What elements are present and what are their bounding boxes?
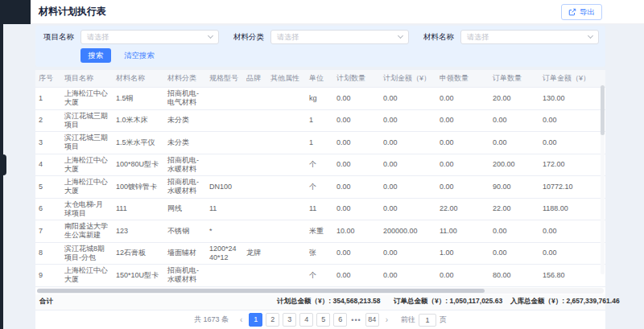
table-cell: 156.80 bbox=[539, 265, 605, 287]
search-button[interactable]: 搜索 bbox=[80, 48, 111, 63]
table-cell bbox=[243, 220, 267, 243]
filter-actions: 搜索 清空搜索 bbox=[80, 48, 597, 63]
main-content: 项目名称 请选择 材料分类 请选择 材料名称 请选择 bbox=[35, 26, 605, 329]
table-cell: 0.00 bbox=[333, 154, 380, 176]
table-cell: 0.00 bbox=[333, 132, 380, 154]
page-button-1[interactable]: 1 bbox=[249, 313, 262, 327]
goto-page: 前往 页 bbox=[401, 314, 447, 327]
table-cell: 0.00 bbox=[539, 132, 605, 154]
table-cell: 上海松江中心大厦 bbox=[61, 88, 113, 110]
filter-field-material-category: 材料分类 请选择 bbox=[233, 30, 409, 44]
table-cell: 滨江花城三期项目 bbox=[61, 132, 113, 154]
table-cell: 172.00 bbox=[539, 154, 605, 176]
page-button-6[interactable]: 6 bbox=[333, 313, 347, 327]
table-cell: 111 bbox=[113, 198, 164, 220]
column-header-6: 其他属性 bbox=[267, 70, 306, 88]
table-cell bbox=[243, 109, 267, 132]
page-button-5[interactable]: 5 bbox=[316, 313, 330, 327]
table-row[interactable]: 9上海松江中心大厦150*10U型卡招商机电-水暖材料个0.000.000.00… bbox=[35, 265, 605, 287]
table-row[interactable]: 6太仓电梯-月球项目111网线11110.000.0022.0022.00118… bbox=[35, 198, 605, 220]
chevron-down-icon bbox=[398, 33, 403, 39]
table-cell bbox=[243, 154, 267, 176]
material-category-label: 材料分类 bbox=[233, 32, 264, 43]
table-cell: 未分类 bbox=[164, 132, 206, 154]
planned-total-amount: 计划总金额（¥）: 354,568,213.58 bbox=[277, 297, 381, 306]
table-cell: 90.00 bbox=[489, 176, 539, 199]
table-cell: 3 bbox=[35, 132, 61, 154]
table-cell: 龙牌 bbox=[243, 242, 267, 265]
material-category-select[interactable]: 请选择 bbox=[270, 30, 409, 44]
material-name-label: 材料名称 bbox=[423, 32, 454, 43]
table-cell: 招商机电-水暖材料 bbox=[164, 176, 206, 199]
table-cell: 10.00 bbox=[333, 220, 380, 243]
page-title: 材料计划执行表 bbox=[39, 5, 106, 19]
page-button-3[interactable]: 3 bbox=[283, 313, 296, 327]
table-cell: 0.00 bbox=[436, 154, 489, 176]
table-cell: 米重 bbox=[306, 220, 333, 243]
page-button-84[interactable]: 84 bbox=[365, 313, 379, 327]
table-row[interactable]: 5上海松江中心大厦100镀锌管卡招商机电-水暖材料DN100个0.000.000… bbox=[35, 176, 605, 199]
goto-page-input[interactable] bbox=[419, 314, 436, 327]
project-name-select[interactable]: 请选择 bbox=[80, 30, 219, 44]
material-name-select[interactable]: 请选择 bbox=[460, 30, 599, 44]
table-cell: * bbox=[206, 220, 243, 243]
table-cell: 0.00 bbox=[539, 109, 605, 132]
table-row[interactable]: 7南阳盛达大学生公寓新建123不锈钢*米重10.00200000.0011.00… bbox=[35, 220, 605, 243]
table-cell bbox=[267, 242, 306, 265]
sidebar-expand-handle[interactable] bbox=[0, 154, 6, 175]
table-cell: 1.5铜 bbox=[113, 88, 164, 110]
column-header-2: 材料名称 bbox=[113, 70, 164, 88]
table-cell: 太仓电梯-月球项目 bbox=[61, 198, 113, 220]
export-button[interactable]: 导出 bbox=[561, 4, 602, 20]
table-cell: 2 bbox=[35, 109, 61, 132]
table-cell: 11 bbox=[306, 198, 333, 220]
table-cell bbox=[206, 109, 243, 132]
prev-page-button[interactable]: ‹ bbox=[237, 315, 245, 324]
table-cell: kg bbox=[306, 88, 333, 110]
table-cell: 0.00 bbox=[333, 109, 380, 132]
summary-total-label: 合计 bbox=[35, 297, 53, 306]
next-page-button[interactable]: › bbox=[383, 315, 390, 324]
page-buttons: 123456•••84 bbox=[249, 313, 378, 327]
table-cell: 0.00 bbox=[380, 176, 436, 199]
table-card: 序号项目名称材料名称材料分类规格型号品牌其他属性单位计划数量计划金额（¥）申领数… bbox=[35, 70, 605, 329]
summary-row: 合计 计划总金额（¥）: 354,568,213.58 订单总金额（¥）: 1,… bbox=[35, 294, 605, 310]
filter-field-project-name: 项目名称 请选择 bbox=[43, 30, 219, 44]
page-button-4[interactable]: 4 bbox=[299, 313, 313, 327]
page-button-2[interactable]: 2 bbox=[266, 313, 279, 327]
table-cell: 0.00 bbox=[380, 198, 436, 220]
table-cell: 0.00 bbox=[333, 176, 380, 199]
table-cell: 12石膏板 bbox=[113, 242, 164, 265]
table-cell: 11 bbox=[206, 198, 243, 220]
table-row[interactable]: 1上海松江中心大厦1.5铜招商机电-电气材料kg0.000.000.0020.0… bbox=[35, 88, 605, 110]
vertical-scrollbar-thumb[interactable] bbox=[601, 85, 605, 135]
table-row[interactable]: 3滨江花城三期项目1.5米水平仪未分类10.000.000.000.000.00 bbox=[35, 132, 605, 154]
inbound-total-amount: 入库总金额（¥）: 2,657,339,761.46 bbox=[510, 297, 620, 306]
table-cell: 滨江花城8期项目-分包 bbox=[61, 242, 113, 265]
horizontal-scrollbar[interactable] bbox=[37, 288, 604, 294]
table-cell: 1.0米木床 bbox=[113, 109, 164, 132]
table-cell: 0.00 bbox=[539, 220, 605, 243]
table-row[interactable]: 8滨江花城8期项目-分包12石膏板墙面辅材1200*2440*12龙牌张0.00… bbox=[35, 242, 605, 265]
table-cell: 0.00 bbox=[380, 154, 436, 176]
table-cell: DN100 bbox=[206, 176, 243, 199]
more-pages-button[interactable]: ••• bbox=[350, 316, 361, 324]
table-cell: 9 bbox=[35, 265, 61, 287]
table-cell bbox=[206, 88, 243, 110]
topbar: 材料计划执行表 导出 bbox=[3, 0, 644, 24]
table-row[interactable]: 2滨江花城三期项目1.0米木床未分类10.000.000.000.000.00 bbox=[35, 109, 605, 132]
table-cell: 0.00 bbox=[380, 242, 436, 265]
table-cell: 0.00 bbox=[380, 265, 436, 287]
table-cell bbox=[267, 198, 306, 220]
table-cell: 张 bbox=[306, 242, 333, 265]
column-header-12: 订单金额（¥） bbox=[539, 70, 605, 88]
table-cell: 招商机电-水暖材料 bbox=[164, 154, 206, 176]
table-cell: 招商机电-电气材料 bbox=[164, 88, 206, 110]
export-button-label: 导出 bbox=[580, 7, 595, 18]
clear-search-button[interactable]: 清空搜索 bbox=[124, 51, 155, 61]
vertical-scrollbar[interactable] bbox=[601, 85, 605, 274]
horizontal-scrollbar-thumb[interactable] bbox=[37, 289, 485, 293]
table-cell: 0.00 bbox=[436, 265, 489, 287]
table-row[interactable]: 4上海松江中心大厦100*80U型卡招商机电-水暖材料个0.000.000.00… bbox=[35, 154, 605, 176]
column-header-0: 序号 bbox=[35, 70, 61, 88]
